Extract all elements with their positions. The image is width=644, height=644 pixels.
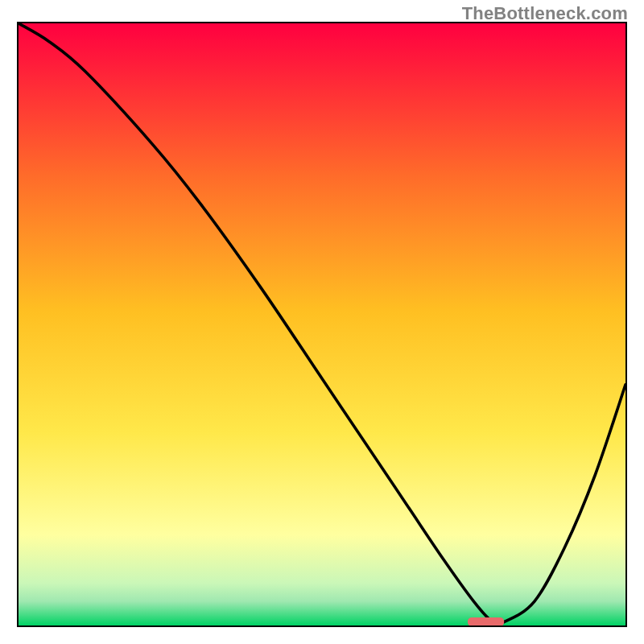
gradient-background [19,23,625,625]
chart-container: TheBottleneck.com [0,0,644,644]
minimum-marker [468,617,504,625]
plot-svg [19,23,625,625]
plot-frame [17,22,627,627]
